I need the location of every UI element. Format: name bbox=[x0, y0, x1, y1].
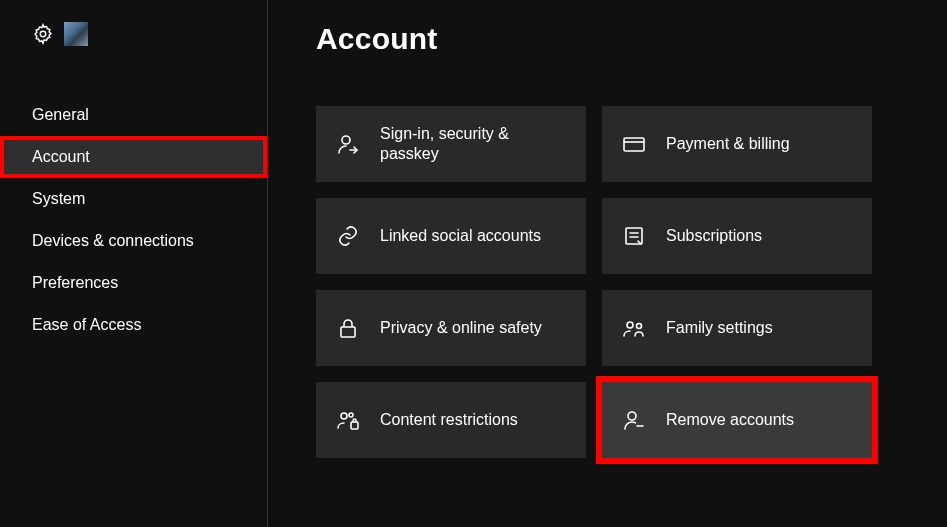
tile-label: Family settings bbox=[666, 318, 773, 338]
link-icon bbox=[336, 224, 360, 248]
tile-label: Privacy & online safety bbox=[380, 318, 542, 338]
page-title: Account bbox=[316, 22, 947, 56]
tile-label: Content restrictions bbox=[380, 410, 518, 430]
svg-point-1 bbox=[342, 136, 350, 144]
sidebar-item-general[interactable]: General bbox=[0, 94, 267, 136]
tile-label: Payment & billing bbox=[666, 134, 790, 154]
sidebar: General Account System Devices & connect… bbox=[0, 0, 268, 527]
people-lock-icon bbox=[336, 408, 360, 432]
main-content: Account Sign-in, security & passkey P bbox=[268, 0, 947, 527]
receipt-icon bbox=[622, 224, 646, 248]
svg-point-8 bbox=[627, 322, 633, 328]
lock-icon bbox=[336, 316, 360, 340]
tile-label: Remove accounts bbox=[666, 410, 794, 430]
sidebar-item-label: Preferences bbox=[32, 274, 118, 292]
sidebar-item-label: General bbox=[32, 106, 89, 124]
svg-point-13 bbox=[628, 412, 636, 420]
tile-label: Subscriptions bbox=[666, 226, 762, 246]
tile-content-restrictions[interactable]: Content restrictions bbox=[316, 382, 586, 458]
credit-card-icon bbox=[622, 132, 646, 156]
sidebar-item-preferences[interactable]: Preferences bbox=[0, 262, 267, 304]
sidebar-item-account[interactable]: Account bbox=[0, 136, 267, 178]
svg-rect-2 bbox=[624, 138, 644, 151]
sidebar-item-label: Ease of Access bbox=[32, 316, 141, 334]
sidebar-item-label: Devices & connections bbox=[32, 232, 194, 250]
sidebar-item-devices[interactable]: Devices & connections bbox=[0, 220, 267, 262]
avatar[interactable] bbox=[64, 22, 88, 46]
tile-remove-accounts[interactable]: Remove accounts bbox=[602, 382, 872, 458]
svg-rect-7 bbox=[341, 327, 355, 337]
tile-linked-social[interactable]: Linked social accounts bbox=[316, 198, 586, 274]
sidebar-item-label: System bbox=[32, 190, 85, 208]
settings-tiles: Sign-in, security & passkey Payment & bi… bbox=[316, 106, 947, 458]
tile-subscriptions[interactable]: Subscriptions bbox=[602, 198, 872, 274]
sidebar-item-ease-of-access[interactable]: Ease of Access bbox=[0, 304, 267, 346]
gear-icon[interactable] bbox=[32, 23, 54, 45]
svg-point-0 bbox=[40, 31, 46, 37]
sidebar-item-label: Account bbox=[32, 148, 90, 166]
svg-rect-12 bbox=[351, 422, 358, 429]
tile-label: Sign-in, security & passkey bbox=[380, 124, 572, 164]
sidebar-item-system[interactable]: System bbox=[0, 178, 267, 220]
person-remove-icon bbox=[622, 408, 646, 432]
person-arrow-icon bbox=[336, 132, 360, 156]
tile-sign-in-security[interactable]: Sign-in, security & passkey bbox=[316, 106, 586, 182]
people-icon bbox=[622, 316, 646, 340]
tile-label: Linked social accounts bbox=[380, 226, 541, 246]
svg-point-10 bbox=[341, 413, 347, 419]
sidebar-nav: General Account System Devices & connect… bbox=[0, 94, 267, 346]
sidebar-header bbox=[0, 22, 267, 46]
tile-payment-billing[interactable]: Payment & billing bbox=[602, 106, 872, 182]
tile-privacy-safety[interactable]: Privacy & online safety bbox=[316, 290, 586, 366]
svg-point-11 bbox=[349, 413, 353, 417]
tile-family-settings[interactable]: Family settings bbox=[602, 290, 872, 366]
svg-point-9 bbox=[637, 324, 642, 329]
